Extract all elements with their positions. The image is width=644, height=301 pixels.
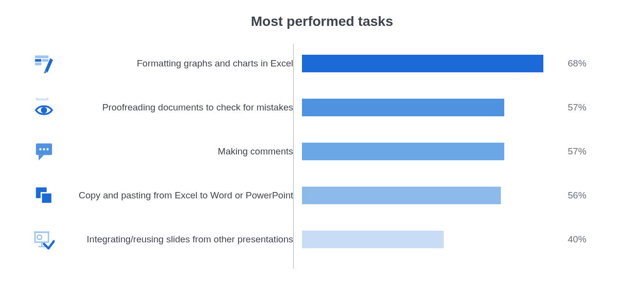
chart-title: Most performed tasks: [29, 14, 615, 29]
chart-container: Most performed tasks Formatting graphs a…: [0, 0, 644, 301]
svg-point-10: [43, 148, 45, 150]
chart-row: Formatting graphs and charts in Excel68%: [29, 44, 615, 83]
proofread-eye-icon: [29, 97, 59, 118]
svg-point-7: [41, 107, 47, 113]
category-label: Formatting graphs and charts in Excel: [59, 58, 302, 69]
bar-track: [302, 187, 561, 204]
bar: [302, 143, 504, 160]
chart-row: Proofreading documents to check for mist…: [29, 88, 615, 127]
category-label: Integrating/reusing slides from other pr…: [59, 234, 302, 245]
svg-rect-13: [42, 193, 52, 204]
bar: [302, 187, 501, 204]
svg-point-11: [46, 148, 49, 150]
chart-row: Making comments57%: [29, 132, 615, 171]
bar: [302, 55, 543, 72]
slides-reuse-icon: [29, 229, 59, 250]
svg-rect-2: [42, 59, 48, 62]
bar: [302, 231, 444, 248]
bar-track: [302, 55, 561, 72]
bar-track: [302, 143, 561, 160]
svg-point-16: [37, 235, 42, 239]
chart-rows: Formatting graphs and charts in Excel68%…: [29, 44, 615, 259]
svg-rect-15: [34, 232, 49, 233]
value-label: 56%: [561, 190, 586, 201]
value-label: 68%: [561, 58, 586, 69]
category-label: Copy and pasting from Excel to Word or P…: [59, 190, 302, 201]
svg-point-9: [39, 148, 42, 150]
value-label: 40%: [561, 234, 586, 245]
value-label: 57%: [561, 102, 586, 113]
bar-track: [302, 99, 561, 116]
category-label: Making comments: [59, 146, 302, 157]
comment-icon: [29, 141, 59, 162]
value-label: 57%: [561, 146, 586, 157]
svg-rect-0: [35, 56, 49, 59]
bar-track: [302, 231, 561, 248]
svg-rect-3: [35, 63, 42, 65]
svg-rect-6: [47, 98, 49, 100]
chart-row: Copy and pasting from Excel to Word or P…: [29, 176, 615, 215]
y-axis-line: [293, 44, 294, 269]
chart-row: Integrating/reusing slides from other pr…: [29, 220, 615, 259]
copy-paste-icon: [29, 185, 59, 206]
svg-rect-4: [36, 99, 49, 101]
svg-rect-1: [35, 59, 42, 62]
bar: [302, 99, 504, 116]
excel-format-icon: [29, 53, 59, 74]
category-label: Proofreading documents to check for mist…: [59, 102, 302, 113]
svg-rect-5: [36, 98, 38, 100]
